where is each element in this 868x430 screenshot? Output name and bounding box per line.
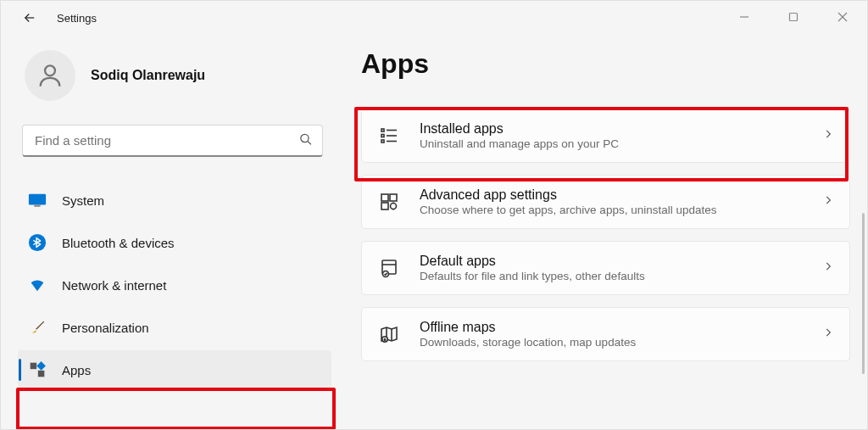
sidebar: Sodiq Olanrewaju System Bluetooth & devi…	[1, 35, 336, 429]
brush-icon	[28, 318, 47, 337]
scrollbar[interactable]	[862, 213, 865, 374]
card-title: Offline maps	[420, 320, 804, 335]
card-offline-maps[interactable]: Offline maps Downloads, storage location…	[361, 307, 850, 361]
card-advanced-app-settings[interactable]: Advanced app settings Choose where to ge…	[361, 175, 850, 229]
main: Apps Installed apps Uninstall and manage…	[336, 35, 867, 429]
svg-rect-13	[381, 129, 384, 131]
avatar	[25, 50, 75, 101]
default-apps-icon	[377, 256, 401, 280]
sidebar-item-system[interactable]: System	[18, 181, 331, 220]
sidebar-item-network[interactable]: Network & internet	[18, 265, 331, 304]
system-icon	[28, 191, 47, 209]
svg-point-4	[45, 65, 55, 75]
sidebar-item-label: Bluetooth & devices	[62, 236, 175, 250]
advanced-icon	[377, 190, 401, 214]
sidebar-item-label: Apps	[62, 363, 91, 377]
profile-name: Sodiq Olanrewaju	[91, 68, 205, 83]
svg-rect-12	[36, 361, 46, 371]
back-button[interactable]	[18, 6, 42, 30]
card-title: Default apps	[420, 254, 804, 269]
svg-rect-11	[38, 371, 45, 377]
card-subtitle: Choose where to get apps, archive apps, …	[420, 204, 804, 216]
card-default-apps[interactable]: Default apps Defaults for file and link …	[361, 241, 850, 295]
svg-rect-20	[390, 194, 397, 201]
search-icon	[298, 132, 313, 150]
svg-rect-10	[31, 363, 37, 370]
map-icon	[377, 322, 401, 346]
chevron-right-icon	[822, 128, 834, 143]
svg-point-5	[301, 134, 309, 142]
sidebar-item-apps[interactable]: Apps	[18, 350, 331, 389]
sidebar-item-label: Network & internet	[62, 278, 166, 293]
card-title: Installed apps	[420, 121, 804, 137]
close-button[interactable]	[818, 1, 867, 33]
svg-rect-21	[381, 203, 388, 209]
maximize-button[interactable]	[769, 1, 818, 33]
svg-line-6	[308, 141, 311, 144]
chevron-right-icon	[822, 194, 834, 209]
apps-icon	[28, 360, 47, 379]
card-subtitle: Uninstall and manage apps on your PC	[420, 137, 804, 150]
chevron-right-icon	[822, 327, 834, 342]
svg-rect-7	[29, 194, 46, 205]
sidebar-item-bluetooth[interactable]: Bluetooth & devices	[18, 223, 331, 262]
svg-rect-14	[381, 135, 384, 137]
bluetooth-icon	[28, 233, 47, 252]
titlebar: Settings	[1, 1, 867, 35]
svg-rect-8	[34, 205, 40, 207]
wifi-icon	[28, 276, 47, 294]
nav: System Bluetooth & devices Network & int…	[18, 181, 331, 389]
card-subtitle: Downloads, storage location, map updates	[420, 336, 804, 349]
window-title: Settings	[57, 12, 97, 25]
minimize-button[interactable]	[720, 1, 769, 33]
card-subtitle: Defaults for file and link types, other …	[420, 270, 804, 282]
sidebar-item-label: System	[62, 193, 104, 208]
search-input[interactable]	[22, 125, 323, 157]
sidebar-item-personalization[interactable]: Personalization	[18, 308, 331, 347]
chevron-right-icon	[822, 260, 834, 276]
card-title: Advanced app settings	[420, 187, 804, 203]
svg-rect-15	[381, 140, 384, 142]
card-installed-apps[interactable]: Installed apps Uninstall and manage apps…	[361, 109, 850, 163]
svg-rect-19	[381, 194, 388, 201]
svg-rect-1	[790, 14, 798, 21]
sidebar-item-label: Personalization	[62, 321, 149, 335]
page-title: Apps	[361, 48, 850, 80]
profile[interactable]: Sodiq Olanrewaju	[18, 50, 336, 101]
list-icon	[377, 124, 401, 148]
svg-point-22	[391, 204, 397, 209]
